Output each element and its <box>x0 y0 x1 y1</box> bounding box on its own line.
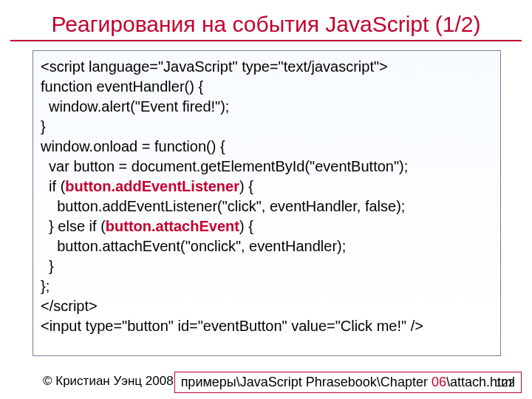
title-underline <box>10 40 522 41</box>
code-line: button.addEventListener("click", eventHa… <box>41 198 405 214</box>
code-line: var button = document.getElementById("ev… <box>41 158 408 174</box>
path-text: примеры\JavaScript Phrasebook\Chapter <box>181 375 432 389</box>
example-path: примеры\JavaScript Phrasebook\Chapter 06… <box>174 372 522 393</box>
code-line: button.attachEvent("onclick", eventHandl… <box>41 238 346 254</box>
code-line: </script> <box>41 298 98 314</box>
code-line: } <box>41 118 46 134</box>
code-line: if ( <box>41 178 65 194</box>
code-line: } else if ( <box>41 218 106 234</box>
code-block: <script language="JavaScript" type="text… <box>33 50 501 356</box>
code-line: ) { <box>239 178 253 194</box>
path-chapter: 06 <box>432 375 446 389</box>
slide: Реагирования на события JavaScript (1/2)… <box>0 0 532 399</box>
code-line: <input type="button" id="eventButton" va… <box>41 318 423 334</box>
slide-title: Реагирования на события JavaScript (1/2) <box>0 12 532 37</box>
code-line: ) { <box>239 218 253 234</box>
code-highlight: button.addEventListener <box>65 178 239 194</box>
code-line: function eventHandler() { <box>41 78 203 95</box>
code-line: }; <box>41 278 50 294</box>
code-line: window.alert("Event fired!"); <box>41 98 229 115</box>
code-highlight: button.attachEvent <box>106 218 239 234</box>
code-line: <script language="JavaScript" type="text… <box>41 58 388 75</box>
copyright: © Кристиан Уэнц 2008 <box>43 374 174 389</box>
code-line: } <box>41 258 54 274</box>
code-line: window.onload = function() { <box>41 138 225 154</box>
page-number: 122 <box>496 376 514 389</box>
